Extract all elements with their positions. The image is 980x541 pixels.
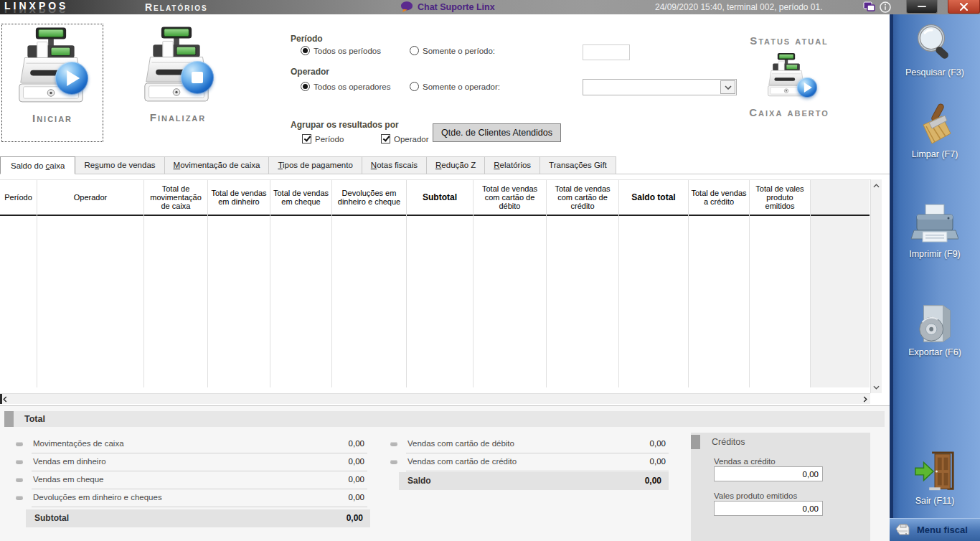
- total-row: Vendas com cartão de crédito 0,00: [406, 453, 669, 471]
- chevron-down-icon[interactable]: [720, 80, 735, 94]
- limpar-button[interactable]: Limpar (F7): [890, 102, 980, 159]
- column-header: Saldo total: [619, 180, 688, 216]
- clients-attended-button[interactable]: Qtde. de Clientes Atendidos: [433, 123, 561, 142]
- tab-saldo-do-caixa[interactable]: Saldo do caixa: [0, 156, 75, 174]
- bullet-icon: [390, 460, 397, 464]
- subtotal-row: Subtotal 0,00: [26, 509, 370, 527]
- minimize-button[interactable]: [906, 0, 938, 14]
- total-row: Devoluções em dinheiro e cheques 0,00: [32, 489, 367, 507]
- pesquisar-button[interactable]: Pesquisar (F3): [890, 20, 980, 77]
- radio-icon[interactable]: [301, 82, 310, 91]
- radio-icon[interactable]: [410, 46, 419, 55]
- chat-support-link[interactable]: Chat Suporte Linx: [400, 1, 495, 13]
- bullet-icon: [390, 442, 397, 446]
- sair-button[interactable]: Sair (F11): [890, 450, 980, 506]
- operator-section-label: Operador: [291, 67, 329, 77]
- iniciar-button[interactable]: Iniciar: [1, 24, 103, 142]
- sair-label: Sair (F11): [915, 496, 955, 506]
- checkbox-group-period-label: Período: [315, 135, 344, 144]
- section-accent-bar: [691, 435, 700, 449]
- scrollbar-edge-mark: [0, 394, 2, 404]
- vendas-credito-input[interactable]: [714, 466, 823, 481]
- total-row: Vendas em cheque 0,00: [32, 471, 367, 489]
- report-tabs: Saldo do caixa Resumo de vendas Moviment…: [0, 156, 890, 174]
- totals-title: Total: [24, 411, 45, 427]
- credits-panel: Créditos Vendas a crédito Vales produto …: [691, 433, 870, 541]
- group-results-label: Agrupar os resultados por: [291, 120, 399, 130]
- radio-all-operators[interactable]: Todos os operadores: [301, 82, 390, 91]
- minimize-icon: [918, 6, 926, 7]
- totals-section: Total Movimentações de caixa 0,00 Vendas…: [0, 405, 890, 541]
- export-disc-icon: [913, 301, 957, 346]
- iniciar-label: Iniciar: [32, 112, 72, 124]
- radio-only-period-label: Somente o período:: [423, 47, 495, 55]
- scroll-left-icon[interactable]: [3, 394, 7, 404]
- period-input[interactable]: [583, 44, 630, 60]
- close-icon: [960, 3, 968, 11]
- bullet-icon: [16, 442, 23, 446]
- total-row: Movimentações de caixa 0,00: [32, 436, 367, 453]
- close-button[interactable]: [948, 0, 980, 14]
- chat-bubble-icon: [400, 1, 413, 13]
- radio-only-operator-label: Somente o operador:: [423, 83, 500, 91]
- radio-only-period[interactable]: Somente o período:: [410, 46, 495, 55]
- status-cash-register-icon: [763, 53, 816, 105]
- bullet-icon: [16, 460, 23, 464]
- radio-icon[interactable]: [301, 46, 310, 55]
- vertical-scrollbar[interactable]: [870, 179, 882, 393]
- horizontal-scrollbar[interactable]: [0, 393, 870, 404]
- page-title: Relatórios: [145, 1, 208, 13]
- vendas-credito-label: Vendas a crédito: [714, 457, 776, 466]
- column-header: Total de vendas com cartão de crédito: [547, 180, 618, 216]
- checkbox-icon[interactable]: [302, 134, 311, 144]
- checkbox-group-period[interactable]: Período: [302, 134, 344, 144]
- tab-resumo-de-vendas[interactable]: Resumo de vendas: [75, 156, 164, 174]
- radio-only-operator[interactable]: Somente o operador:: [410, 82, 500, 91]
- limpar-label: Limpar (F7): [912, 149, 958, 159]
- column-header: Devoluções em dinheiro e cheque: [332, 180, 406, 216]
- action-sidebar: Pesquisar (F3) Limpar (F7): [890, 14, 980, 541]
- tab-relatorios[interactable]: Relatórios: [484, 156, 540, 174]
- operator-select[interactable]: [583, 79, 737, 95]
- info-icon[interactable]: [880, 1, 892, 13]
- saldo-caixa-grid: Período Operador Total de movimentação d…: [0, 179, 870, 387]
- stop-icon: [181, 61, 214, 94]
- linxpos-relatorios-window: LINXPOS LINXPOS Relatórios Chat Suporte …: [0, 0, 980, 541]
- play-icon: [797, 77, 817, 98]
- receipt-printer-icon: [894, 522, 911, 539]
- session-info: 24/09/2020 15:40, terminal 002, período …: [655, 2, 823, 12]
- tab-transacoes-gift[interactable]: Transações Gift: [540, 156, 616, 174]
- exportar-label: Exportar (F6): [908, 347, 961, 357]
- tab-reducao-z[interactable]: Redução Z: [426, 156, 485, 174]
- printer-icon: [911, 203, 958, 248]
- finalizar-button[interactable]: Finalizar: [121, 24, 235, 141]
- tab-notas-fiscais[interactable]: Notas fiscais: [362, 156, 427, 174]
- imprimir-label: Imprimir (F9): [909, 249, 961, 259]
- tab-movimentacao-de-caixa[interactable]: Movimentação de caixa: [164, 156, 270, 174]
- column-header: Subtotal: [407, 180, 473, 216]
- radio-all-periods[interactable]: Todos os períodos: [301, 46, 381, 55]
- scroll-right-icon[interactable]: [863, 394, 867, 404]
- vales-produto-input[interactable]: [714, 501, 823, 516]
- tab-tipos-de-pagamento[interactable]: Tipos de pagamento: [268, 156, 362, 174]
- column-header: Total de movimentação de caixa: [144, 180, 207, 216]
- radio-all-periods-label: Todos os períodos: [314, 47, 381, 55]
- remote-screens-icon[interactable]: [863, 1, 875, 13]
- checkbox-icon[interactable]: [381, 134, 390, 144]
- exportar-button[interactable]: Exportar (F6): [890, 301, 980, 357]
- status-title: Status atual: [739, 34, 839, 47]
- checkbox-group-operator[interactable]: Operador: [381, 134, 429, 144]
- pesquisar-label: Pesquisar (F3): [905, 67, 964, 77]
- column-header: Período: [0, 180, 37, 216]
- imprimir-button[interactable]: Imprimir (F9): [890, 203, 980, 259]
- scroll-down-icon[interactable]: [871, 381, 882, 393]
- menu-fiscal-button[interactable]: Menu fiscal: [890, 518, 980, 541]
- column-header: Total de vendas em dinheiro: [208, 180, 270, 216]
- radio-icon[interactable]: [410, 82, 419, 91]
- menu-fiscal-label: Menu fiscal: [917, 524, 968, 535]
- finalizar-label: Finalizar: [150, 111, 207, 123]
- linxpos-logo-reflection: LINXPOS: [4, 9, 68, 14]
- exit-door-icon: [913, 450, 957, 494]
- scroll-up-icon[interactable]: [871, 179, 882, 192]
- totals-header: Total: [4, 411, 885, 427]
